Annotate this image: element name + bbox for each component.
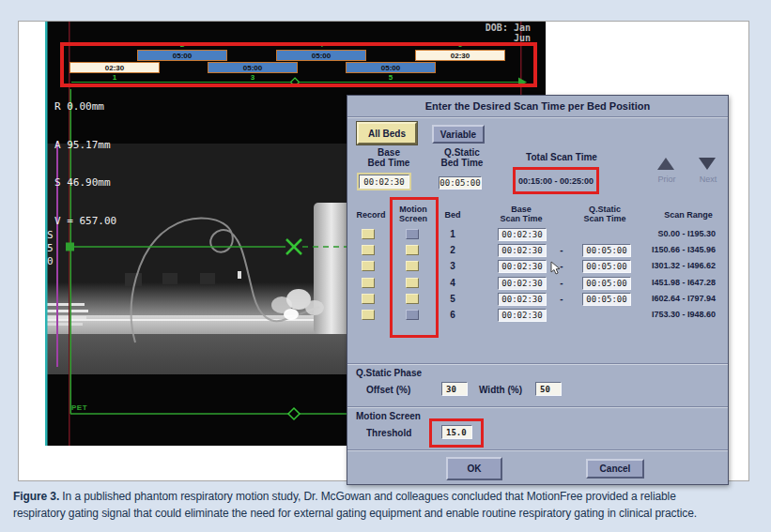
mouse-cursor bbox=[550, 261, 562, 276]
width-label: Width (%) bbox=[479, 385, 522, 395]
record-checkbox[interactable] bbox=[362, 278, 375, 288]
scan-range: I150.66 - I345.96 bbox=[612, 245, 716, 254]
header-scan-range: Scan Range bbox=[653, 210, 724, 220]
scan-range: S0.00 - I195.30 bbox=[612, 229, 716, 238]
ok-button[interactable]: OK bbox=[446, 457, 502, 480]
threshold-label: Threshold bbox=[366, 428, 411, 438]
scan-range: I451.98 - I647.28 bbox=[612, 278, 716, 287]
base-bed-time-field[interactable]: 00:02:30 bbox=[359, 175, 409, 189]
prior-button[interactable] bbox=[657, 158, 674, 170]
annotation-box-threshold bbox=[429, 418, 484, 448]
base-bed-time-label: Base Bed Time bbox=[353, 147, 424, 168]
next-button[interactable] bbox=[699, 158, 716, 170]
base-scan-time-field[interactable]: 00:02:30 bbox=[498, 293, 547, 306]
figure-caption-line2: respiratory gating signal that could eli… bbox=[13, 507, 697, 520]
figure-caption: Figure 3. In a published phantom respira… bbox=[13, 488, 764, 522]
figure-caption-line1: In a published phantom respiratory motio… bbox=[62, 490, 675, 503]
record-checkbox[interactable] bbox=[362, 245, 375, 255]
record-checkbox[interactable] bbox=[362, 261, 375, 271]
coordinate-readout: R 0.00mm A 95.17mm S 46.90mm V = 657.00 bbox=[54, 75, 116, 252]
bed-number: 3 bbox=[441, 261, 464, 271]
figure-canvas: 1 2 3 4 5 6 02:30 05:00 05:00 05:00 05:0… bbox=[18, 21, 749, 481]
offset-field[interactable]: 30 bbox=[441, 382, 468, 396]
scan-range: I301.32 - I496.62 bbox=[612, 261, 716, 270]
base-scan-time-field[interactable]: 00:02:30 bbox=[498, 228, 547, 241]
figure-caption-label: Figure 3. bbox=[13, 490, 59, 503]
scan-time-dialog: Enter the Desired Scan Time per Bed Posi… bbox=[347, 95, 729, 485]
width-field[interactable]: 50 bbox=[535, 382, 562, 396]
annotation-box-timeline bbox=[60, 42, 537, 87]
total-scan-time-label: Total Scan Time bbox=[496, 152, 627, 162]
qstatic-bed-time-label: Q.Static Bed Time bbox=[423, 147, 501, 168]
header-base-scan-time: Base Scan Time bbox=[490, 205, 552, 223]
separator bbox=[347, 116, 728, 117]
bed-number: 5 bbox=[441, 294, 464, 304]
dash: - bbox=[556, 294, 567, 304]
header-bed: Bed bbox=[439, 210, 466, 220]
variable-button[interactable]: Variable bbox=[432, 125, 485, 144]
page: 1 2 3 4 5 6 02:30 05:00 05:00 05:00 05:0… bbox=[0, 0, 771, 532]
header-qstatic-scan-time: Q.Static Scan Time bbox=[573, 205, 637, 223]
record-checkbox[interactable] bbox=[362, 310, 375, 320]
separator bbox=[347, 449, 728, 450]
bed-number: 4 bbox=[441, 278, 464, 288]
base-scan-time-field[interactable]: 00:02:30 bbox=[498, 277, 547, 290]
record-checkbox[interactable] bbox=[362, 294, 375, 304]
orientation-label: S 5 0 bbox=[47, 229, 54, 268]
scan-range: I602.64 - I797.94 bbox=[612, 294, 716, 303]
offset-label: Offset (%) bbox=[366, 385, 410, 395]
dialog-title: Enter the Desired Scan Time per Bed Posi… bbox=[347, 100, 728, 112]
scan-range: I753.30 - I948.60 bbox=[612, 310, 716, 319]
record-checkbox[interactable] bbox=[362, 229, 375, 239]
separator bbox=[347, 406, 728, 407]
base-scan-time-field[interactable]: 00:02:30 bbox=[498, 260, 547, 273]
prior-label: Prior bbox=[650, 175, 684, 184]
dob-text: DOB: Jan bbox=[486, 23, 531, 33]
separator bbox=[347, 363, 728, 364]
bed-number: 2 bbox=[441, 245, 464, 255]
motion-screen-section-label: Motion Screen bbox=[356, 411, 421, 421]
next-label: Next bbox=[691, 175, 725, 184]
annotation-box-total-scan-time: 00:15:00 - 00:25:00 bbox=[513, 167, 599, 194]
qstatic-phase-section-label: Q.Static Phase bbox=[356, 368, 422, 378]
dash: - bbox=[556, 245, 567, 255]
cancel-button[interactable]: Cancel bbox=[586, 459, 644, 479]
base-scan-time-field[interactable]: 00:02:30 bbox=[498, 244, 547, 257]
dash: - bbox=[556, 278, 567, 288]
qstatic-bed-time-field[interactable]: 00:05:00 bbox=[439, 176, 482, 190]
dob-text-2: Jun bbox=[514, 33, 531, 43]
all-beds-button[interactable]: All Beds bbox=[357, 122, 417, 144]
total-scan-time-value: 00:15:00 - 00:25:00 bbox=[516, 170, 596, 191]
header-record: Record bbox=[351, 210, 391, 220]
pet-label: PET bbox=[71, 403, 87, 412]
base-scan-time-field[interactable]: 00:02:30 bbox=[498, 309, 547, 322]
bed-number: 6 bbox=[441, 310, 464, 320]
annotation-box-motion-screen-column bbox=[390, 197, 439, 338]
bed-number: 1 bbox=[441, 229, 464, 239]
